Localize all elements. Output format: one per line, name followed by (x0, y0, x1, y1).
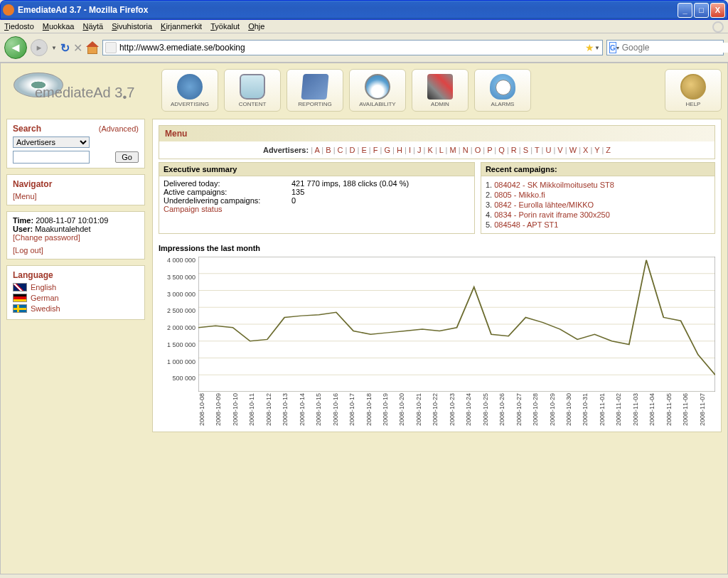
forward-button[interactable]: ► (31, 39, 48, 56)
admin-icon (427, 74, 453, 100)
nav-advertising[interactable]: ADVERTISING (161, 69, 218, 112)
language-title: Language (13, 270, 139, 280)
search-input-browser[interactable] (619, 43, 728, 53)
az-link-H[interactable]: H (397, 146, 402, 154)
az-label: Advertisers: (263, 146, 309, 154)
url-dropdown[interactable]: ▼ (594, 45, 600, 51)
stop-button[interactable]: ✕ (73, 41, 82, 55)
menu-tyokalut[interactable]: Työkalut (210, 22, 240, 31)
lang-english[interactable]: English (13, 283, 139, 291)
alarms-icon (490, 74, 515, 100)
az-link-E[interactable]: E (361, 146, 366, 154)
nav-help[interactable]: HELP (665, 69, 722, 112)
az-link-F[interactable]: F (373, 146, 378, 154)
lang-german[interactable]: German (13, 294, 139, 302)
campaign-status-link[interactable]: Campaign status (164, 205, 223, 213)
active-label: Active campaigns: (164, 188, 291, 196)
az-link-M[interactable]: M (450, 146, 456, 154)
flag-uk-icon (13, 283, 27, 291)
search-box[interactable]: G ▾ 🔍 (606, 40, 724, 55)
menu-muokkaa[interactable]: Muokkaa (43, 22, 75, 31)
chart-title: Impressions the last month (159, 244, 715, 252)
menu-nayta[interactable]: Näytä (82, 22, 103, 31)
search-panel: Search (Advanced) Advertisers Go (6, 119, 145, 168)
menu-ohje[interactable]: Ohje (248, 22, 264, 31)
flag-de-icon (13, 294, 27, 302)
user-value: Maakuntalehdet (35, 225, 90, 233)
maximize-button[interactable]: □ (694, 3, 709, 18)
availability-icon (365, 74, 390, 100)
az-link-V[interactable]: V (557, 146, 562, 154)
main-content: Menu Advertisers: | A | B | C | D | E | … (152, 119, 722, 432)
page-favicon-icon (105, 42, 117, 53)
advertising-icon (177, 74, 203, 100)
menu-sivuhistoria[interactable]: Sivuhistoria (112, 22, 152, 31)
delivered-label: Delivered today: (164, 179, 291, 188)
navigator-title: Navigator (13, 179, 139, 189)
recent-campaign-link[interactable]: 0842 - Eurolla lähtee/MIKKO (494, 200, 594, 209)
url-bar[interactable]: ★ ▼ (102, 40, 603, 55)
search-advanced-link[interactable]: (Advanced) (99, 124, 139, 133)
az-link-R[interactable]: R (511, 146, 517, 154)
menu-tiedosto[interactable]: Tiedosto (4, 22, 34, 31)
bookmark-star-icon[interactable]: ★ (585, 42, 594, 53)
recent-campaign-link[interactable]: 084042 - SK Mikkoilmoitusetu ST8 (494, 181, 614, 189)
search-title: Search (13, 124, 41, 134)
lang-swedish[interactable]: Swedish (13, 304, 139, 313)
nav-alarms[interactable]: ALARMS (474, 69, 531, 112)
search-category-select[interactable]: Advertisers (13, 137, 90, 148)
reporting-icon (301, 74, 328, 100)
az-link-O[interactable]: O (475, 146, 481, 154)
chart: 4 000 0003 500 0003 000 0002 500 0002 00… (159, 257, 715, 393)
az-link-B[interactable]: B (326, 146, 331, 154)
nav-content[interactable]: CONTENT (224, 69, 281, 112)
az-link-Z[interactable]: Z (606, 146, 611, 154)
close-button[interactable]: X (710, 3, 725, 18)
home-button[interactable] (86, 41, 99, 54)
exec-summary-title: Executive summary (159, 163, 474, 176)
search-input[interactable] (13, 151, 90, 164)
navigator-panel: Navigator [Menu] (6, 174, 145, 205)
az-link-W[interactable]: W (569, 146, 577, 154)
reload-button[interactable]: ↻ (60, 41, 70, 55)
app-logo: emediateAd 3•7 (6, 69, 156, 112)
recent-campaign-link[interactable]: 0834 - Porin ravit iframe 300x250 (494, 210, 610, 219)
help-icon (680, 74, 706, 100)
under-label: Underdelivering campaigns: (164, 196, 291, 205)
content-icon (240, 74, 265, 100)
az-link-C[interactable]: C (338, 146, 343, 154)
menu-kirjanmerkit[interactable]: Kirjanmerkit (161, 22, 202, 31)
nav-reporting[interactable]: REPORTING (287, 69, 343, 112)
recent-campaign-link[interactable]: 084548 - APT ST1 (494, 220, 558, 229)
nav-availability[interactable]: AVAILABILITY (349, 69, 406, 112)
history-dropdown[interactable]: ▼ (51, 45, 57, 51)
url-input[interactable] (119, 43, 585, 53)
az-link-G[interactable]: G (384, 146, 390, 154)
change-password-link[interactable]: Change password (15, 233, 78, 242)
time-label: Time: (13, 216, 33, 225)
window-titlebar: EmediateAd 3.7 - Mozilla Firefox _ □ X (0, 0, 728, 20)
search-go-button[interactable]: Go (115, 151, 139, 163)
browser-toolbar: ◄ ► ▼ ↻ ✕ ★ ▼ G ▾ 🔍 (0, 33, 728, 63)
delivered-value: 421 770 imps, 188 clicks (0.04 %) (291, 179, 409, 188)
minimize-button[interactable]: _ (678, 3, 692, 18)
user-label: User: (13, 225, 33, 233)
navigator-menu-link[interactable]: Menu (15, 192, 35, 200)
window-title: EmediateAd 3.7 - Mozilla Firefox (18, 5, 678, 15)
logo-text: emediateAd 3•7 (35, 85, 134, 105)
logout-link[interactable]: Log out (15, 246, 41, 255)
az-link-K[interactable]: K (428, 146, 433, 154)
back-button[interactable]: ◄ (4, 36, 27, 59)
az-link-N[interactable]: N (463, 146, 469, 154)
chart-x-axis: 2008-10-082008-10-092008-10-102008-10-11… (198, 393, 715, 426)
page-content: emediateAd 3•7 ADVERTISING CONTENT REPOR… (0, 63, 728, 574)
nav-admin[interactable]: ADMIN (412, 69, 469, 112)
google-icon[interactable]: G (609, 42, 616, 53)
recent-title: Recent campaigns: (481, 163, 714, 176)
az-link-Q[interactable]: Q (498, 146, 505, 154)
recent-campaign-link[interactable]: 0805 - Mikko.fi (494, 191, 545, 199)
session-panel: Time: 2008-11-07 10:01:09 User: Maakunta… (6, 211, 145, 259)
firefox-icon (3, 4, 14, 16)
chart-y-axis: 4 000 0003 500 0003 000 0002 500 0002 00… (159, 257, 198, 392)
under-value: 0 (291, 196, 296, 205)
